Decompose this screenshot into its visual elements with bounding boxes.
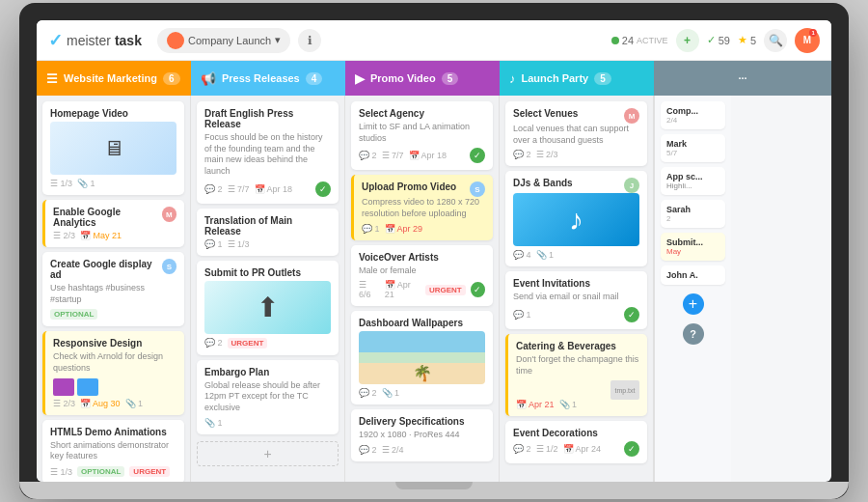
card-footer: 💬 1 ☰ 1/3 xyxy=(204,239,331,249)
monitor-icon: 🖥 xyxy=(103,136,124,161)
logo-checkmark: ✓ xyxy=(48,30,63,51)
card-title: Dashboard Wallpapers xyxy=(359,318,485,328)
column-header-promo-video[interactable]: ▶ Promo Video 5 xyxy=(345,61,500,96)
card-title: Upload Promo Video xyxy=(362,181,456,192)
info-icon[interactable]: ℹ xyxy=(298,29,321,52)
card-desc: Focus should be on the history of the fo… xyxy=(204,132,331,178)
comment-meta: 💬 1 xyxy=(204,239,223,249)
card-footer: 💬 2 ☰ 1/2 📅 Apr 24 ✓ xyxy=(513,441,639,457)
card-footer: ☰ 2/3 📅 May 21 xyxy=(53,231,176,240)
card-delivery-specs[interactable]: Delivery Specifications 1920 x 1080 · Pr… xyxy=(351,409,493,461)
column-header-extra[interactable]: ··· xyxy=(654,61,831,96)
card-image-arrows: ⬆ xyxy=(204,281,331,334)
date-meta: 📅 Aug 30 xyxy=(80,399,121,408)
checklist-meta: ☰ 7/7 xyxy=(382,151,404,160)
sidebar-item-date: May xyxy=(666,247,719,256)
card-responsive-design[interactable]: Responsive Design Check with Arnold for … xyxy=(42,331,184,414)
sidebar-card-john[interactable]: John A. xyxy=(661,265,725,285)
music-icon: ♪ xyxy=(509,71,516,86)
arrows-icon: ⬆ xyxy=(257,292,279,323)
add-task-button[interactable]: + xyxy=(676,29,699,52)
checklist-meta: ☰ 7/7 xyxy=(228,184,250,194)
optional-badge: OPTIONAL xyxy=(50,309,97,320)
card-desc: Short animations demonstrator key featur… xyxy=(50,440,176,462)
card-select-venues[interactable]: Select Venues M Local venues that can su… xyxy=(505,101,647,166)
date-meta: 📅 Apr 21 xyxy=(516,400,555,409)
card-embargo-plan[interactable]: Embargo Plan Global release should be af… xyxy=(197,360,339,434)
sidebar-item-sub: 5/7 xyxy=(666,149,719,157)
card-event-decorations[interactable]: Event Decorations 💬 2 ☰ 1/2 📅 Apr 24 ✓ xyxy=(505,421,647,463)
card-footer: 💬 2 📎 1 xyxy=(359,388,485,398)
card-title: Translation of Main Release xyxy=(204,215,331,237)
comment-meta: 💬 2 xyxy=(359,151,377,160)
checklist-meta: ☰ 2/3 xyxy=(536,150,558,159)
col2-title: Press Releases xyxy=(222,72,300,84)
card-footer: 📎 1 xyxy=(204,418,331,428)
card-title: Responsive Design xyxy=(53,338,176,349)
card-dashboard-wallpapers[interactable]: Dashboard Wallpapers 🌴 💬 2 📎 1 xyxy=(351,311,493,404)
attachment-meta: 📎 1 xyxy=(204,418,223,428)
checklist-meta: ☰ 1/3 xyxy=(228,239,250,249)
card-djs-bands[interactable]: DJs & Bands J ♪ 💬 4 📎 1 xyxy=(505,171,647,266)
complete-check: ✓ xyxy=(624,307,639,322)
project-selector[interactable]: Company Launch ▾ xyxy=(157,28,290,53)
sidebar-card-comp[interactable]: Comp... 2/4 xyxy=(661,101,725,129)
sidebar-item-label: Mark xyxy=(666,139,719,149)
date-meta: 📅 May 21 xyxy=(80,231,122,240)
card-html5-animations[interactable]: HTML5 Demo Animations Short animations d… xyxy=(42,420,184,482)
star-icon: ★ xyxy=(738,34,747,46)
card-title: VoiceOver Artists xyxy=(359,252,485,263)
card-google-analytics[interactable]: Enable Google Analytics M ☰ 2/3 📅 May 21 xyxy=(42,200,184,247)
active-count-badge: 24 ACTIVE xyxy=(611,35,668,46)
urgent-badge: URGENT xyxy=(228,338,268,349)
search-button[interactable]: 🔍 xyxy=(764,29,787,52)
comment-meta: 💬 2 xyxy=(513,444,531,454)
checklist-meta: ☰ 6/6 xyxy=(359,280,380,299)
card-submit-pr[interactable]: Submit to PR Outlets ⬆ 💬 2 URGENT xyxy=(197,261,339,355)
checklist-meta: ☰ 1/3 xyxy=(50,179,72,188)
card-image-music: ♪ xyxy=(513,193,639,246)
urgent-badge: URGENT xyxy=(425,285,466,295)
urgent-badge: URGENT xyxy=(129,466,170,477)
card-voiceover[interactable]: VoiceOver Artists Male or female ☰ 6/6 📅… xyxy=(351,245,493,307)
sidebar-card-app[interactable]: App sc... Highli... xyxy=(661,167,725,195)
card-title: Draft English Press Release xyxy=(204,108,331,129)
checklist-meta: ☰ 2/4 xyxy=(382,445,404,455)
completed-badge: ✓ 59 xyxy=(707,34,730,46)
card-desc: Male or female xyxy=(359,265,485,277)
assignee-avatar: M xyxy=(624,108,639,124)
columns-header: ☰ Website Marketing 6 📢 Press Releases 4… xyxy=(37,61,831,96)
help-button[interactable]: ? xyxy=(683,323,704,345)
card-select-agency[interactable]: Select Agency Limit to SF and LA animati… xyxy=(351,101,493,170)
card-desc: Use hashtags #business #startup xyxy=(50,283,176,305)
add-member-button[interactable]: + xyxy=(683,293,704,315)
card-homepage-video[interactable]: Homepage Video 🖥 ☰ 1/3 📎 1 xyxy=(42,101,184,195)
card-title: Enable Google Analytics xyxy=(53,207,162,228)
card-upload-promo[interactable]: Upload Promo Video S Compress video to 1… xyxy=(351,175,493,239)
add-card-button[interactable]: + xyxy=(197,441,339,466)
col2-count: 4 xyxy=(306,72,323,85)
sidebar-card-sarah[interactable]: Sarah 2 xyxy=(661,200,725,228)
sidebar-panel: Comp... 2/4 Mark 5/7 App sc... Highli...… xyxy=(654,96,731,482)
card-translation[interactable]: Translation of Main Release 💬 1 ☰ 1/3 xyxy=(197,209,339,256)
user-avatar[interactable]: M 1 xyxy=(795,28,820,53)
sidebar-item-label: Comp... xyxy=(666,106,719,116)
column-header-press-releases[interactable]: 📢 Press Releases 4 xyxy=(191,61,345,96)
card-title: Catering & Beverages xyxy=(516,341,639,351)
checklist-meta: ☰ 1/3 xyxy=(50,467,72,477)
col4-count: 5 xyxy=(594,72,611,85)
date-meta: 📅 Apr 18 xyxy=(409,151,448,160)
card-google-display[interactable]: Create Google display ad S Use hashtags … xyxy=(42,252,184,326)
column-header-website-marketing[interactable]: ☰ Website Marketing 6 xyxy=(37,61,191,96)
column-header-launch-party[interactable]: ♪ Launch Party 5 xyxy=(500,61,654,96)
date-meta: 📅 Apr 24 xyxy=(563,444,602,454)
stars-badge: ★ 5 xyxy=(738,34,756,46)
card-catering[interactable]: Catering & Beverages Don't forget the ch… xyxy=(505,334,647,416)
star-count: 5 xyxy=(750,35,756,46)
comment-meta: 💬 2 xyxy=(513,150,531,159)
sidebar-card-submit[interactable]: Submit... May xyxy=(661,233,725,261)
sidebar-card-mark[interactable]: Mark 5/7 xyxy=(661,134,725,162)
card-draft-press-release[interactable]: Draft English Press Release Focus should… xyxy=(197,101,339,204)
card-event-invitations[interactable]: Event Invitations Send via email or snai… xyxy=(505,271,647,329)
column-press-releases: Draft English Press Release Focus should… xyxy=(191,96,345,482)
